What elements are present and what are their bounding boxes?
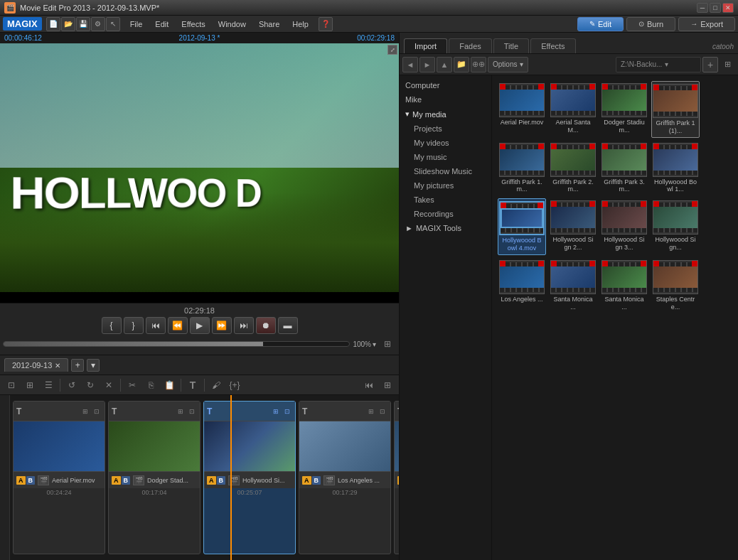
clip-btn-1[interactable]: ⊞ [366, 406, 376, 416]
nav-my-videos[interactable]: My videos [400, 136, 491, 150]
clip-dodger-stadium[interactable]: T ⊞ ⊡ A B [108, 401, 200, 554]
edit-mode-button[interactable]: ✎ Edit [577, 17, 624, 31]
menu-edit[interactable]: Edit [149, 18, 174, 30]
redo-icon[interactable]: ↻ [82, 377, 99, 393]
file-hollywood-sign-2[interactable]: Hollywoood Sign 2... [549, 198, 597, 255]
minimize-button[interactable]: ─ [697, 3, 708, 13]
clip-btn-1[interactable]: ⊞ [271, 406, 281, 416]
timeline-dropdown[interactable]: ▾ [87, 359, 100, 372]
clip-btn-2[interactable]: ⊡ [378, 406, 387, 416]
save-icon[interactable]: 💾 [76, 17, 90, 31]
record-button[interactable]: ⏺ [256, 317, 276, 334]
file-staples-centre[interactable]: Staples Centre... [651, 258, 700, 313]
track-settings-icon[interactable]: ⊞ [379, 377, 396, 393]
nav-mike[interactable]: Mike [400, 92, 491, 107]
nav-search-button[interactable]: ⊕⊕ [471, 57, 486, 72]
nav-forward-button[interactable]: ► [419, 57, 435, 72]
file-hollywood-bowl-4[interactable]: Hollywoood Bowl 4.mov [498, 198, 546, 255]
file-santa-monica-1[interactable]: Santa Monica ... [549, 258, 597, 313]
file-santa-monica-2[interactable]: Santa Monica ... [600, 258, 648, 313]
menu-share[interactable]: Share [253, 18, 285, 30]
menu-help[interactable]: Help [287, 18, 314, 30]
storyboard-icon[interactable]: ⊡ [3, 377, 20, 393]
settings-icon[interactable]: ⚙ [91, 17, 105, 31]
delete-icon[interactable]: ✕ [100, 377, 117, 393]
clip-btn-1[interactable]: ⊞ [176, 406, 186, 416]
settings-button[interactable]: ⊞ [379, 336, 396, 352]
file-grid[interactable]: Aerial Pier.mov Aerial Santa M... [492, 75, 738, 560]
tab-title[interactable]: Title [493, 38, 529, 53]
new-icon[interactable]: 📄 [46, 17, 60, 31]
step-back-button[interactable]: ⏮ [146, 317, 166, 334]
step-forward-button[interactable]: ⏭ [234, 317, 254, 334]
paste-icon[interactable]: 📋 [161, 377, 178, 393]
cut-icon[interactable]: ✂ [124, 377, 141, 393]
open-icon[interactable]: 📂 [61, 17, 75, 31]
mark-out-button[interactable]: } [124, 317, 144, 334]
close-button[interactable]: ✕ [722, 3, 734, 13]
prev-frame-button[interactable]: ⏪ [168, 317, 188, 334]
nav-slideshow-music[interactable]: Slideshow Music [400, 164, 491, 178]
cursor-icon[interactable]: ↖ [106, 17, 120, 31]
timeline-view-icon[interactable]: ⊞ [21, 377, 38, 393]
nav-back-button[interactable]: ◄ [402, 57, 418, 72]
clip-btn-1[interactable]: ⊞ [80, 406, 90, 416]
nav-magix-tools[interactable]: ► MAGIX Tools [400, 221, 491, 235]
file-los-angeles[interactable]: Los Angeles ... [498, 258, 546, 313]
skip-start-icon[interactable]: ⏮ [360, 377, 378, 393]
grid-view-button[interactable]: ⊞ [720, 57, 735, 72]
clip-btn-2[interactable]: ⊡ [92, 406, 102, 416]
play-button[interactable]: ▶ [190, 317, 210, 334]
nav-my-music[interactable]: My music [400, 150, 491, 164]
clip-btn-2[interactable]: ⊡ [282, 406, 292, 416]
file-griffith-park-1[interactable]: Griffith Park 1.m... [498, 141, 546, 196]
video-screen[interactable]: HOLLWOO D ⤢ [0, 43, 399, 292]
list-view-icon[interactable]: ☰ [40, 377, 57, 393]
file-hollywood-sign-3[interactable]: Hollywoood Sign 3... [600, 198, 648, 255]
tab-fades[interactable]: Fades [449, 38, 492, 53]
mark-in-button[interactable]: { [102, 317, 122, 334]
tracks-area[interactable]: T ⊞ ⊡ A B [10, 395, 399, 560]
snapshot-button[interactable]: ▬ [278, 317, 298, 334]
nav-recordings[interactable]: Recordings [400, 207, 491, 221]
file-hollywood-sign[interactable]: Hollywoood Sign... [651, 198, 700, 255]
add-location-button[interactable]: + [702, 57, 718, 72]
nav-computer[interactable]: Computer [400, 78, 491, 92]
file-dodger-stadium[interactable]: Dodger Stadium... [600, 81, 648, 138]
tab-effects[interactable]: Effects [530, 38, 575, 53]
file-hollywood-bowl-1[interactable]: Hollywoood Bowl 1... [651, 141, 700, 196]
text-icon[interactable]: T [184, 377, 201, 393]
file-griffith-park-3[interactable]: Griffith Park 3.m... [600, 141, 648, 196]
maximize-button[interactable]: □ [710, 3, 721, 13]
menu-window[interactable]: Window [213, 18, 252, 30]
clip-btn-2[interactable]: ⊡ [187, 406, 197, 416]
clip-santa-monica[interactable]: T ⊞ ⊡ A B [394, 401, 399, 554]
menu-effects[interactable]: Effects [176, 18, 210, 30]
menu-file[interactable]: File [124, 18, 149, 30]
paint-icon[interactable]: 🖌 [208, 377, 225, 393]
burn-mode-button[interactable]: ⊙ Burn [626, 17, 675, 31]
export-mode-button[interactable]: → Export [678, 17, 735, 31]
file-griffith-park[interactable]: Griffith Park 1(1)... [651, 81, 700, 138]
add-timeline-button[interactable]: + [71, 359, 84, 372]
nav-my-media[interactable]: ▾ My media [400, 107, 491, 122]
path-dropdown[interactable]: Z:\N-Backu... ▾ [616, 57, 701, 72]
file-aerial-santa[interactable]: Aerial Santa M... [549, 81, 597, 138]
nav-projects[interactable]: Projects [400, 122, 491, 136]
clip-los-angeles[interactable]: T ⊞ ⊡ A B [299, 401, 391, 554]
file-aerial-pier[interactable]: Aerial Pier.mov [498, 81, 546, 138]
effects-icon[interactable]: {+} [226, 377, 243, 393]
progress-bar[interactable] [3, 341, 350, 347]
undo-icon[interactable]: ↺ [63, 377, 80, 393]
next-frame-button[interactable]: ⏩ [212, 317, 232, 334]
expand-button[interactable]: ⤢ [387, 45, 397, 55]
copy-icon[interactable]: ⎘ [142, 377, 159, 393]
tab-import[interactable]: Import [404, 38, 447, 53]
clip-hollywood-sign[interactable]: T ⊞ ⊡ A B [203, 401, 296, 554]
file-griffith-park-2[interactable]: Griffith Park 2.m... [549, 141, 597, 196]
clip-aerial-pier[interactable]: T ⊞ ⊡ A B [13, 401, 105, 554]
zoom-dropdown-icon[interactable]: ▾ [373, 340, 376, 348]
nav-takes[interactable]: Takes [400, 193, 491, 207]
timeline-tab-close[interactable]: ✕ [55, 362, 60, 370]
options-dropdown[interactable]: Options ▾ [488, 57, 528, 72]
